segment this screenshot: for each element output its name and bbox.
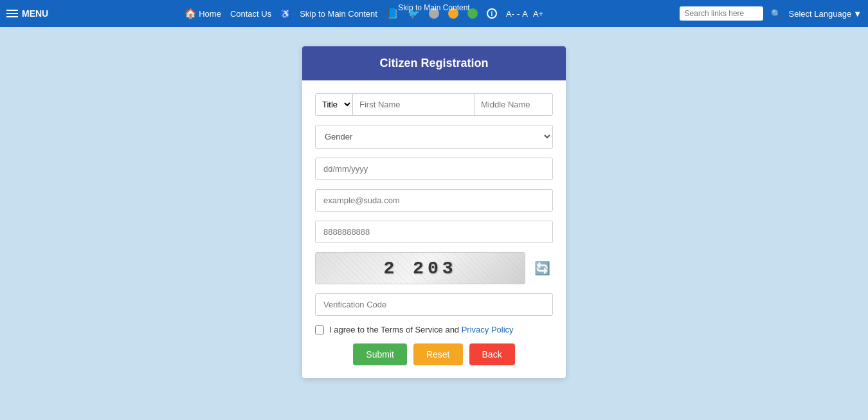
captcha-image: 2 203: [315, 252, 525, 284]
skip-to-main-link[interactable]: Skip to Main Content: [398, 3, 469, 12]
terms-row: I agree to the Terms of Service and Priv…: [315, 325, 553, 334]
search-input[interactable]: [680, 6, 763, 21]
contact-link[interactable]: Contact Us: [230, 9, 271, 19]
title-select[interactable]: Title Mr Mrs Ms Dr: [316, 94, 353, 115]
captcha-row: 2 203 🔄: [315, 252, 553, 284]
font-separator: -: [517, 9, 520, 19]
terms-checkbox[interactable]: [315, 325, 324, 334]
form-title: Citizen Registration: [379, 57, 488, 69]
navbar-center: 🏠 Home Contact Us ♿ Skip to Main Content…: [56, 8, 671, 19]
verification-code-input[interactable]: [315, 293, 553, 316]
contact-label: Contact Us: [230, 9, 271, 19]
home-label: Home: [199, 9, 221, 19]
menu-button[interactable]: MENU: [6, 8, 48, 19]
captcha-text: 2 203: [383, 259, 457, 278]
search-button[interactable]: 🔍: [771, 9, 781, 19]
first-name-input[interactable]: [353, 94, 475, 115]
submit-button[interactable]: Submit: [353, 343, 407, 365]
skip-label: Skip to Main Content: [300, 9, 377, 19]
language-label: Select Language: [789, 9, 852, 19]
skip-main-link[interactable]: Skip to Main Content: [300, 9, 377, 19]
font-increase-btn[interactable]: A+: [533, 9, 543, 19]
menu-label: MENU: [22, 8, 48, 19]
name-row: Title Mr Mrs Ms Dr: [315, 93, 553, 116]
email-input[interactable]: [315, 189, 553, 212]
hamburger-icon: [6, 10, 18, 17]
refresh-icon: 🔄: [534, 261, 550, 275]
font-size-controls: A- - A A+: [506, 9, 543, 19]
gender-select[interactable]: Gender Male Female Other: [315, 125, 553, 149]
privacy-policy-link[interactable]: Privacy Policy: [462, 325, 514, 334]
terms-label: I agree to the Terms of Service and Priv…: [329, 325, 514, 334]
terms-text: I agree to the Terms of Service and: [329, 325, 462, 334]
accessibility-icon: ♿: [280, 9, 291, 19]
back-button[interactable]: Back: [469, 343, 515, 365]
button-row: Submit Reset Back: [315, 343, 553, 365]
home-icon: 🏠: [185, 8, 197, 19]
info-icon: i: [487, 8, 497, 19]
middle-name-input[interactable]: [475, 94, 553, 115]
font-normal-btn[interactable]: A: [522, 9, 528, 19]
dob-input[interactable]: [315, 158, 553, 180]
home-link[interactable]: 🏠 Home: [185, 8, 221, 19]
refresh-captcha-button[interactable]: 🔄: [532, 258, 553, 278]
registration-card: Citizen Registration Title Mr Mrs Ms Dr …: [302, 46, 566, 378]
language-selector[interactable]: Select Language ▼: [789, 9, 862, 19]
chevron-down-icon: ▼: [853, 9, 862, 19]
reset-button[interactable]: Reset: [413, 343, 463, 365]
phone-input[interactable]: [315, 221, 553, 243]
facebook-icon[interactable]: 📘: [386, 8, 399, 19]
card-header: Citizen Registration: [302, 46, 566, 80]
font-decrease-btn[interactable]: A-: [506, 9, 514, 19]
main-content: Citizen Registration Title Mr Mrs Ms Dr …: [0, 27, 868, 397]
card-body: Title Mr Mrs Ms Dr Gender Male Female Ot…: [302, 80, 566, 378]
